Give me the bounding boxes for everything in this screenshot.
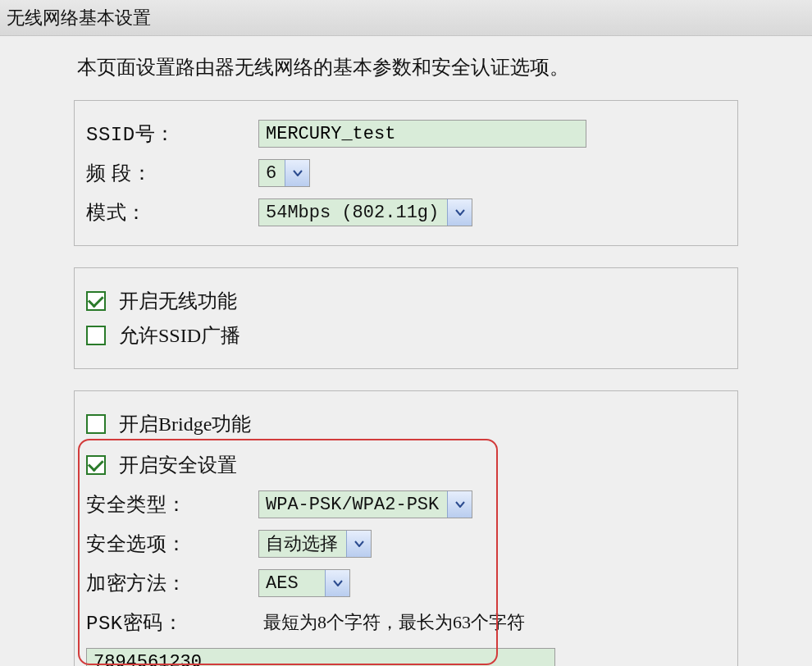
chevron-down-icon xyxy=(354,541,364,547)
psk-hint: 最短为8个字符，最长为63个字符 xyxy=(263,610,525,635)
dropdown-button[interactable] xyxy=(346,531,371,557)
mode-select[interactable]: 54Mbps (802.11g) xyxy=(258,198,472,226)
enable-bridge-label: 开启Bridge功能 xyxy=(119,411,251,437)
dropdown-button[interactable] xyxy=(447,491,472,518)
psk-label: PSK密码： xyxy=(86,609,258,636)
security-type-value: WPA-PSK/WPA2-PSK xyxy=(259,491,447,518)
intro-text: 本页面设置路由器无线网络的基本参数和安全认证选项。 xyxy=(77,54,738,80)
channel-select[interactable]: 6 xyxy=(258,159,310,187)
dropdown-button[interactable] xyxy=(447,199,472,226)
ssid-input[interactable] xyxy=(258,120,586,148)
mode-value: 54Mbps (802.11g) xyxy=(259,199,447,226)
security-type-label: 安全类型： xyxy=(86,491,258,518)
content-area: 本页面设置路由器无线网络的基本参数和安全认证选项。 SSID号： 频 段： 6 … xyxy=(0,36,812,666)
mode-label: 模式： xyxy=(86,199,258,226)
panel-security: 开启Bridge功能 开启安全设置 安全类型： WPA-PSK/WPA2-PSK… xyxy=(74,390,738,666)
panel-wireless: 开启无线功能 允许SSID广播 xyxy=(74,267,738,369)
security-option-select[interactable]: 自动选择 xyxy=(258,530,372,558)
enable-wireless-checkbox[interactable] xyxy=(86,291,106,311)
security-option-value: 自动选择 xyxy=(259,531,346,557)
dropdown-button[interactable] xyxy=(285,160,309,186)
security-option-label: 安全选项： xyxy=(86,531,258,557)
allow-ssid-broadcast-checkbox[interactable] xyxy=(86,326,106,345)
panel-basic: SSID号： 频 段： 6 模式： 54Mbps (802.11g) xyxy=(74,100,738,246)
channel-value: 6 xyxy=(259,160,285,186)
encryption-method-select[interactable]: AES xyxy=(258,569,350,597)
encryption-method-value: AES xyxy=(259,570,325,596)
security-type-select[interactable]: WPA-PSK/WPA2-PSK xyxy=(258,490,472,518)
enable-wireless-label: 开启无线功能 xyxy=(119,288,237,314)
chevron-down-icon xyxy=(333,580,343,586)
chevron-down-icon xyxy=(293,170,303,176)
encryption-method-label: 加密方法： xyxy=(86,570,258,596)
chevron-down-icon xyxy=(455,501,465,508)
channel-label: 频 段： xyxy=(86,160,258,186)
enable-bridge-checkbox[interactable] xyxy=(86,414,106,434)
enable-security-label: 开启安全设置 xyxy=(119,452,237,478)
page-title: 无线网络基本设置 xyxy=(0,0,812,36)
enable-security-checkbox[interactable] xyxy=(86,455,106,475)
allow-ssid-broadcast-label: 允许SSID广播 xyxy=(119,322,240,349)
chevron-down-icon xyxy=(455,209,465,216)
dropdown-button[interactable] xyxy=(325,570,349,596)
psk-input[interactable] xyxy=(86,648,555,666)
ssid-label: SSID号： xyxy=(86,121,258,147)
